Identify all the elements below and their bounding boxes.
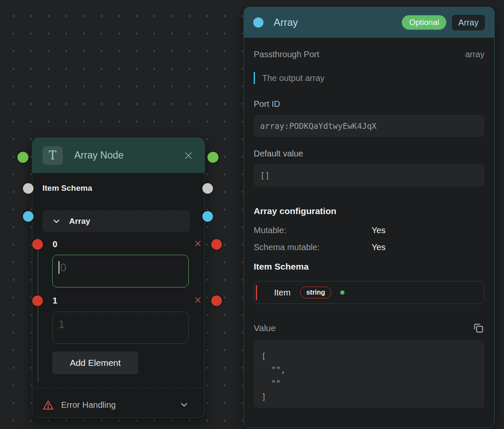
port-details-panel: Array Optional Array Passthrough Port ar… (244, 7, 495, 428)
item-status-dot (340, 290, 344, 295)
schema-mutable-value: Yes (372, 242, 484, 252)
element-1-input[interactable]: 1 (52, 312, 189, 344)
element-0-label: 0 (53, 240, 57, 249)
value-header-row: Value (254, 322, 484, 334)
mutable-value: Yes (372, 226, 484, 235)
error-handling-toggle[interactable]: Error Handling (32, 393, 204, 417)
text-caret (59, 261, 59, 274)
optional-badge: Optional (402, 15, 446, 30)
value-code: [ "", "" ] (261, 349, 477, 404)
panel-header: Array Optional Array (244, 7, 494, 38)
node-title: Array Node (74, 150, 182, 161)
port-array-right[interactable] (202, 211, 213, 222)
array-configuration-title: Array configuration (254, 206, 484, 216)
passthrough-value: array (465, 50, 484, 59)
copy-icon[interactable] (472, 322, 484, 334)
port-element-1-left[interactable] (32, 295, 43, 306)
passthrough-label: Passthrough Port (254, 50, 319, 59)
default-value-text: [] (260, 171, 270, 180)
element-1-placeholder: 1 (59, 318, 64, 331)
port-element-0-left[interactable] (32, 239, 43, 250)
port-green-left[interactable] (17, 152, 28, 163)
array-section-label: Array (69, 217, 90, 226)
node-divider (33, 387, 204, 388)
port-description: The output array (254, 72, 484, 84)
node-header[interactable]: T Array Node (32, 138, 204, 173)
close-icon[interactable] (182, 150, 194, 162)
mutable-row: Mutable: Yes (254, 226, 484, 235)
item-type-badge: string (300, 287, 331, 298)
element-0-placeholder: 0 (60, 261, 66, 274)
array-node: T Array Node Item Schema Array 0 0 1 1 A… (32, 137, 205, 418)
item-schema-entry[interactable]: Item string (254, 281, 484, 304)
item-name: Item (274, 288, 291, 298)
error-handling-label: Error Handling (61, 400, 179, 410)
value-label: Value (254, 323, 276, 333)
delete-element-0-icon[interactable] (193, 238, 203, 248)
value-code-field[interactable]: [ "", "" ] (254, 340, 484, 408)
port-green-right[interactable] (207, 152, 218, 163)
element-1-label: 1 (53, 296, 57, 306)
warning-icon (42, 399, 54, 411)
schema-mutable-row: Schema mutable: Yes (254, 242, 484, 252)
text-type-icon: T (42, 146, 63, 165)
port-item-schema-right[interactable] (202, 183, 213, 194)
item-schema-title: Item Schema (254, 262, 484, 272)
default-value-field[interactable]: [] (254, 164, 484, 187)
port-id-value: array:PODKQaYdtwyEwK4JqX (260, 121, 377, 131)
port-array-left[interactable] (23, 211, 34, 222)
port-element-0-right[interactable] (211, 239, 222, 250)
port-id-field[interactable]: array:PODKQaYdtwyEwK4JqX (254, 115, 484, 137)
mutable-label: Mutable: (254, 226, 372, 235)
chevron-down-icon[interactable] (179, 400, 189, 410)
add-element-button[interactable]: Add Element (52, 351, 138, 374)
chevron-down-icon (52, 217, 61, 226)
panel-title: Array (274, 17, 402, 28)
port-id-label: Port ID (254, 99, 484, 109)
item-accent-bar (256, 285, 257, 300)
item-schema-label: Item Schema (42, 184, 92, 193)
port-color-dot (253, 17, 263, 28)
passthrough-row: Passthrough Port array (254, 50, 484, 59)
port-item-schema-left[interactable] (23, 183, 34, 194)
type-badge: Array (452, 15, 485, 31)
port-element-1-right[interactable] (211, 295, 222, 306)
element-0-input[interactable]: 0 (52, 255, 189, 287)
default-value-label: Default value (254, 149, 484, 159)
array-section-toggle[interactable]: Array (42, 210, 190, 232)
schema-mutable-label: Schema mutable: (254, 242, 372, 252)
indent-guide-line (37, 237, 39, 383)
delete-element-1-icon[interactable] (193, 295, 203, 305)
